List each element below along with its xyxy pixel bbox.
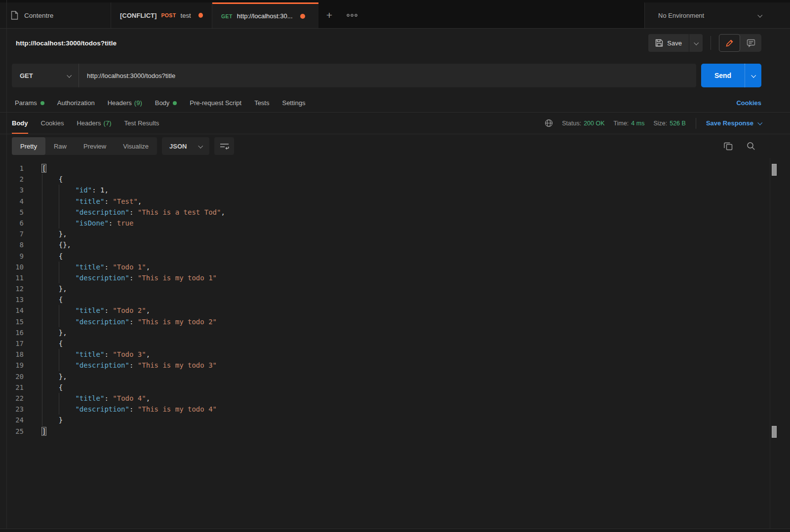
edit-request-button[interactable] (719, 34, 740, 52)
search-response-icon[interactable] (747, 142, 755, 151)
token: : (92, 186, 100, 194)
line-content: ] (42, 426, 46, 437)
line-number: 14 (0, 305, 31, 316)
view-tab-preview[interactable]: Preview (75, 137, 115, 155)
wrap-lines-button[interactable] (214, 137, 234, 155)
request-tab-headers[interactable]: Headers(9) (108, 99, 142, 107)
request-tab-pre-request-script[interactable]: Pre-request Script (190, 99, 241, 107)
code-line: 16}, (0, 327, 790, 338)
indent-guide (42, 207, 59, 218)
indent-guide (59, 185, 76, 195)
indent-guide (42, 360, 59, 371)
scrollbar-track (770, 158, 770, 532)
line-content: { (42, 338, 63, 349)
token: : (129, 208, 138, 216)
size-label: Size: (653, 120, 667, 127)
line-number: 5 (0, 207, 31, 218)
code-line: 22"title": "Todo 4", (0, 393, 790, 404)
token: : (109, 219, 117, 227)
indent-guide (42, 371, 59, 382)
code-line: 17{ (0, 338, 790, 349)
environment-selector[interactable]: No Environment (644, 2, 790, 28)
request-tab-authorization[interactable]: Authorization (57, 99, 95, 107)
url-input[interactable]: http://localhost:3000/todos?title (79, 64, 696, 87)
response-view-bar: PrettyRawPreviewVisualize JSON (0, 134, 790, 158)
copy-response-icon[interactable] (724, 142, 733, 151)
response-body-editor[interactable]: 1[2{3"id": 1,4"title": "Test",5"descript… (0, 158, 790, 532)
request-tab-params[interactable]: Params (15, 99, 44, 107)
tab-count: (9) (134, 99, 142, 107)
token: "title" (75, 306, 104, 314)
token: { (59, 296, 63, 304)
view-tab-visualize[interactable]: Visualize (115, 137, 157, 155)
response-size: Size: 526 B (653, 120, 685, 127)
line-number: 25 (0, 426, 31, 437)
environment-name: No Environment (658, 12, 704, 19)
new-tab-button[interactable]: + (318, 2, 340, 28)
response-tab-test-results[interactable]: Test Results (124, 113, 159, 134)
request-tab-body[interactable]: Body (155, 99, 177, 107)
token: , (104, 186, 108, 194)
request-tab-tests[interactable]: Tests (254, 99, 269, 107)
request-tabs-row: ParamsAuthorizationHeaders(9)BodyPre-req… (0, 94, 790, 113)
wrap-text-icon (220, 142, 229, 150)
code-line: 13{ (0, 294, 790, 305)
token: : (104, 197, 113, 205)
cookies-link[interactable]: Cookies (736, 99, 761, 107)
workspace-name: Contentre (24, 12, 53, 19)
save-response-button[interactable]: Save Response (706, 119, 761, 127)
response-tab-cookies[interactable]: Cookies (41, 113, 64, 134)
left-edge-divider (6, 0, 7, 532)
view-tab-raw[interactable]: Raw (45, 137, 75, 155)
line-content: } (42, 415, 63, 425)
response-tab-body[interactable]: Body (12, 113, 28, 134)
comments-button[interactable] (740, 34, 761, 52)
divider (696, 118, 696, 129)
size-value: 526 B (670, 120, 686, 127)
token: "This is my todo 4" (138, 405, 217, 413)
token: , (146, 350, 150, 358)
token: "description" (75, 361, 129, 369)
token: "Todo 1" (113, 263, 146, 271)
request-tab-settings[interactable]: Settings (282, 99, 305, 107)
send-button[interactable]: Send (701, 72, 745, 79)
code-line: 18"title": "Todo 3", (0, 349, 790, 360)
code-line: 9{ (0, 251, 790, 262)
code-line: 8{}, (0, 239, 790, 250)
token: , (221, 208, 225, 216)
line-number: 8 (0, 239, 31, 250)
token: : (104, 263, 113, 271)
request-tab-conflict-post-test[interactable]: [CONFLICT] POST test (111, 2, 212, 28)
token: "title" (75, 350, 104, 358)
method-label-get: GET (221, 13, 233, 19)
line-number: 9 (0, 251, 31, 262)
view-tab-pretty[interactable]: Pretty (12, 137, 45, 155)
format-selector[interactable]: JSON (162, 137, 209, 155)
line-content: { (42, 294, 63, 305)
pencil-icon (725, 39, 734, 47)
line-number: 16 (0, 327, 31, 338)
line-content: }, (42, 327, 67, 338)
method-selector[interactable]: GET (12, 64, 79, 87)
token: "title" (75, 197, 104, 205)
request-tab-active-get[interactable]: GET http://localhost:30... (212, 2, 318, 28)
workspace-switcher[interactable]: Contentre (0, 2, 111, 28)
code-line: 10"title": "Todo 1", (0, 262, 790, 272)
response-status: Status: 200 OK (562, 120, 604, 127)
time-label: Time: (614, 120, 629, 127)
save-options-button[interactable] (689, 34, 703, 52)
code-line: 11"description": "This is my todo 1" (0, 272, 790, 283)
tab-options-icon[interactable] (340, 2, 364, 28)
request-name-title: http://localhost:3000/todos?title (16, 39, 117, 47)
send-options-button[interactable] (745, 64, 761, 87)
scrollbar-thumb-bottom[interactable] (772, 426, 777, 438)
code-line: 21{ (0, 382, 790, 393)
save-icon (655, 39, 663, 47)
response-tab-headers[interactable]: Headers(7) (77, 113, 111, 134)
chevron-down-icon (751, 73, 756, 77)
line-number: 7 (0, 228, 31, 239)
scrollbar-thumb-top[interactable] (772, 164, 777, 176)
indent-guide (42, 228, 59, 239)
indent-guide (42, 272, 59, 283)
save-button[interactable]: Save (648, 34, 689, 52)
